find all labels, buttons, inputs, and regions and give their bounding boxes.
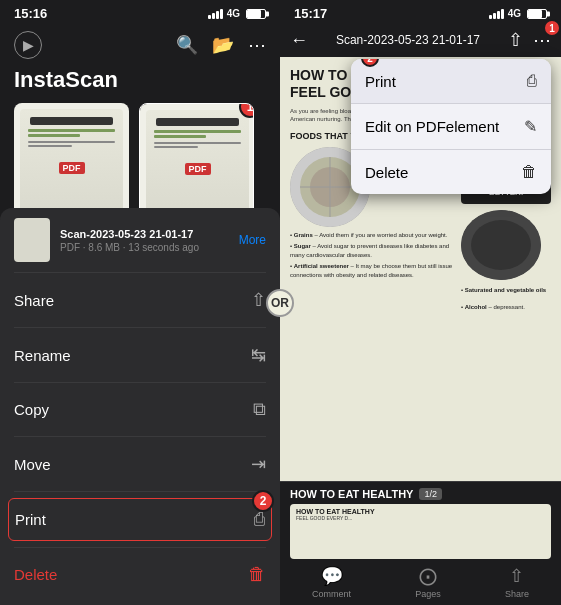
move-label: Move — [14, 456, 51, 473]
right-network: 4G — [508, 8, 521, 19]
print-label: Print — [15, 511, 46, 528]
footer-tabs: 💬 Comment ⨀ Pages ⇧ Share — [280, 563, 561, 601]
left-header: ▶ 🔍 📂 ⋯ — [0, 25, 280, 67]
right-status-icons: 4G — [489, 8, 547, 19]
tab-share[interactable]: ⇧ Share — [505, 565, 529, 599]
sheet-delete[interactable]: Delete 🗑 — [14, 554, 266, 595]
context-delete-icon: 🗑 — [521, 163, 537, 181]
sheet-divider-1 — [14, 272, 266, 273]
sheet-share[interactable]: Share ⇧ — [14, 279, 266, 321]
more-button-wrapper: ⋯ 1 2 Print ⎙ Edit on PDFelement ✎ — [533, 29, 551, 51]
sheet-rename[interactable]: Rename ↹ — [14, 334, 266, 376]
delete-label: Delete — [14, 566, 57, 583]
avatar[interactable]: ▶ — [14, 31, 42, 59]
preview-label-row: HOW TO EAT HEALTHY 1/2 — [280, 488, 561, 500]
move-icon: ⇥ — [251, 453, 266, 475]
delete-icon: 🗑 — [248, 564, 266, 585]
right-status-bar: 15:17 4G — [280, 0, 561, 25]
sheet-file-details: Scan-2023-05-23 21-01-17 PDF · 8.6 MB · … — [60, 228, 229, 253]
right-signal-icon — [489, 9, 504, 19]
context-menu-print[interactable]: Print ⎙ — [351, 59, 551, 104]
signal-bars-icon — [208, 9, 223, 19]
folder-icon[interactable]: 📂 — [212, 34, 234, 56]
sheet-meta: PDF · 8.6 MB · 13 seconds ago — [60, 242, 229, 253]
bottom-sheet: Scan-2023-05-23 21-01-17 PDF · 8.6 MB · … — [0, 208, 280, 605]
sheet-print[interactable]: Print ⎙ — [15, 499, 265, 540]
context-menu-delete[interactable]: Delete 🗑 — [351, 150, 551, 194]
preview-page-title: HOW TO EAT HEALTHY — [290, 488, 413, 500]
page-preview-strip: HOW TO EAT HEALTHY FEEL GOOD EVERY D... — [290, 504, 551, 559]
sheet-divider-4 — [14, 436, 266, 437]
sheet-print-border: Print ⎙ — [8, 498, 272, 541]
avatar-icon: ▶ — [23, 37, 34, 53]
copy-label: Copy — [14, 401, 49, 418]
preview-subtitle: FEEL GOOD EVERY D... — [296, 515, 352, 522]
bullet-1: • Grains – Avoid them if you are worried… — [290, 231, 453, 240]
sheet-file-info: Scan-2023-05-23 21-01-17 PDF · 8.6 MB · … — [14, 218, 266, 262]
sheet-divider-2 — [14, 327, 266, 328]
svg-point-6 — [471, 220, 531, 270]
context-print-label: Print — [365, 73, 396, 90]
badge-1-more: 1 — [543, 19, 561, 37]
right-battery-icon — [527, 9, 547, 19]
share-tab-icon: ⇧ — [509, 565, 524, 587]
pdf-badge: PDF — [59, 162, 85, 174]
copy-icon: ⧉ — [253, 399, 266, 420]
sheet-more-button[interactable]: More — [239, 233, 266, 247]
bullet-2: • Sugar – Avoid sugar to prevent disease… — [290, 242, 453, 260]
sheet-divider-6 — [14, 547, 266, 548]
network-label: 4G — [227, 8, 240, 19]
share-label: Share — [14, 292, 54, 309]
context-edit-label: Edit on PDFelement — [365, 118, 499, 135]
sheet-print-wrapper: Print ⎙ 2 — [14, 498, 266, 541]
bullet-3: • Artificial sweetener – It may be choos… — [290, 262, 453, 280]
more-icon[interactable]: ⋯ — [248, 34, 266, 56]
tab-pages[interactable]: ⨀ Pages — [415, 565, 441, 599]
or-divider: OR — [266, 289, 294, 317]
share-tab-label: Share — [505, 589, 529, 599]
right-header-icons: ⇧ ⋯ 1 2 Print ⎙ Edit on PDFelement ✎ — [508, 29, 551, 51]
app-title: InstaScan — [0, 67, 280, 103]
sheet-divider-5 — [14, 491, 266, 492]
context-delete-label: Delete — [365, 164, 408, 181]
left-status-bar: 15:16 4G — [0, 0, 280, 25]
dark-circle-image — [461, 210, 541, 280]
left-panel: 15:16 4G ▶ 🔍 📂 ⋯ InstaScan — [0, 0, 280, 605]
battery-icon — [246, 9, 266, 19]
badge-2-print: 2 — [252, 490, 274, 512]
rename-label: Rename — [14, 347, 71, 364]
right-footer: HOW TO EAT HEALTHY 1/2 HOW TO EAT HEALTH… — [280, 481, 561, 605]
comment-tab-label: Comment — [312, 589, 351, 599]
pages-icon: ⨀ — [419, 565, 437, 587]
left-header-icons: 🔍 📂 ⋯ — [176, 34, 266, 56]
share-header-icon[interactable]: ⇧ — [508, 29, 523, 51]
search-icon[interactable]: 🔍 — [176, 34, 198, 56]
right-header: ← Scan-2023-05-23 21-01-17 ⇧ ⋯ 1 2 Print… — [280, 25, 561, 57]
sheet-divider-3 — [14, 382, 266, 383]
preview-big-title: HOW TO EAT HEALTHY — [296, 508, 375, 515]
share-icon: ⇧ — [251, 289, 266, 311]
sheet-move[interactable]: Move ⇥ — [14, 443, 266, 485]
bullet-4: • Saturated and vegetable oils — [461, 286, 551, 295]
sheet-copy[interactable]: Copy ⧉ — [14, 389, 266, 430]
right-doc-title: Scan-2023-05-23 21-01-17 — [336, 33, 480, 47]
context-edit-icon: ✎ — [524, 117, 537, 136]
left-time: 15:16 — [14, 6, 47, 21]
back-icon[interactable]: ← — [290, 30, 308, 51]
left-status-icons: 4G — [208, 8, 266, 19]
page-badge: 1/2 — [419, 488, 442, 500]
print-icon: ⎙ — [254, 509, 265, 530]
pdf-badge-2: PDF — [185, 163, 211, 175]
bullet-5: • Alcohol – depressant. — [461, 303, 551, 312]
sheet-thumb — [14, 218, 50, 262]
right-panel: 15:17 4G ← Scan-2023-05-23 21-01-17 ⇧ ⋯ … — [280, 0, 561, 605]
sheet-filename: Scan-2023-05-23 21-01-17 — [60, 228, 229, 240]
context-menu-edit[interactable]: Edit on PDFelement ✎ — [351, 104, 551, 150]
right-time: 15:17 — [294, 6, 327, 21]
tab-comment[interactable]: 💬 Comment — [312, 565, 351, 599]
rename-icon: ↹ — [251, 344, 266, 366]
context-menu: 2 Print ⎙ Edit on PDFelement ✎ Delete 🗑 — [351, 59, 551, 194]
context-print-icon: ⎙ — [527, 72, 537, 90]
pages-tab-label: Pages — [415, 589, 441, 599]
comment-icon: 💬 — [321, 565, 343, 587]
